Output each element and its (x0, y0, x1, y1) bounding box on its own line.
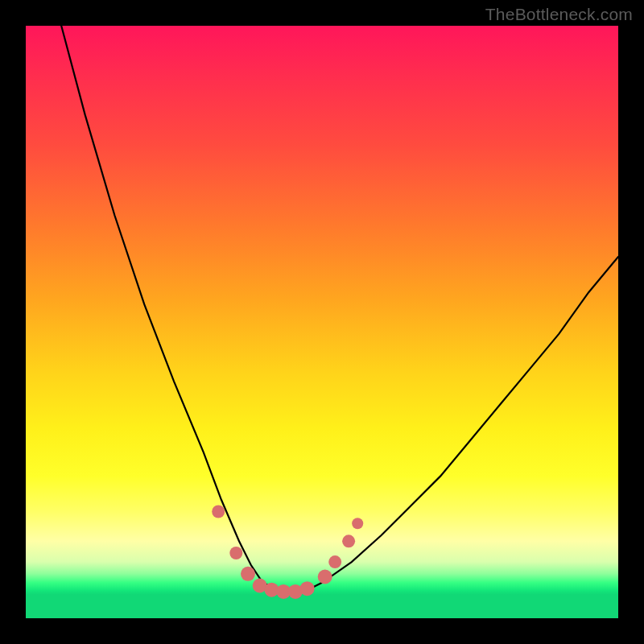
watermark-text: TheBottleneck.com (485, 5, 633, 24)
highlight-dot (318, 570, 332, 584)
highlight-dot (212, 506, 225, 518)
highlight-dot (328, 555, 341, 568)
highlight-dots (212, 506, 363, 599)
highlight-dot (241, 567, 255, 581)
chart-svg (26, 26, 618, 618)
highlight-dot (352, 518, 363, 529)
bottleneck-curve (61, 26, 618, 592)
highlight-dot (229, 547, 242, 559)
plot-area (26, 26, 618, 618)
highlight-dot (300, 581, 315, 596)
chart-frame: TheBottleneck.com (0, 0, 644, 644)
highlight-dot (342, 535, 355, 547)
